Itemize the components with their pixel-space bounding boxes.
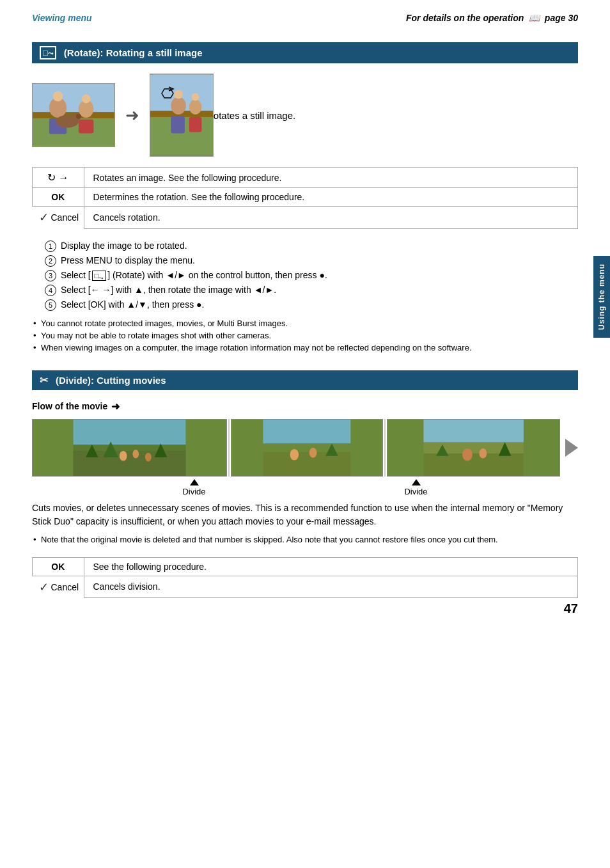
svg-point-19 — [192, 93, 199, 101]
svg-point-40 — [479, 448, 487, 459]
rotate-row3-icon: ✓ Cancel — [33, 207, 84, 228]
list-item: 5 Select [OK] with ▲/▼, then press ●. — [32, 299, 578, 311]
header-right-prefix: For details on the operation — [406, 13, 524, 23]
divide-row2-icon: ✓ Cancel — [33, 576, 84, 598]
svg-rect-17 — [171, 116, 185, 133]
rotate-title: (Rotate): Rotating a still image — [64, 47, 203, 58]
rotate-table: ↻ → Rotates an image. See the following … — [32, 167, 578, 229]
divide-table: OK See the following procedure. ✓ Cancel… — [32, 557, 578, 599]
svg-rect-20 — [189, 117, 202, 132]
rotate-row2-desc: Determines the rotation. See the followi… — [84, 188, 578, 207]
divide-row1-desc: See the following procedure. — [84, 557, 578, 576]
step-num-2: 2 — [45, 255, 56, 267]
divide-markers: Divide Divide — [32, 479, 578, 496]
step-num-1: 1 — [45, 241, 56, 252]
page-header: Viewing menu For details on the operatio… — [32, 13, 578, 23]
divide-row2-desc: Cancels division. — [84, 576, 578, 598]
divide-icon: ✂ — [40, 374, 48, 386]
svg-point-27 — [120, 451, 127, 461]
divide-arrow-up-1 — [190, 479, 199, 485]
table-row: ✓ Cancel Cancels division. — [33, 576, 578, 598]
svg-point-4 — [53, 91, 63, 102]
rotate-section: □⤳ (Rotate): Rotating a still image — [32, 42, 578, 352]
table-row: OK See the following procedure. — [33, 557, 578, 576]
rotate-steps: 1 Display the image to be rotated. 2 Pre… — [32, 241, 578, 311]
svg-rect-8 — [79, 120, 94, 134]
svg-point-18 — [189, 100, 202, 115]
divider-line-2 — [384, 419, 386, 477]
rotate-arrow: ➜ — [125, 106, 139, 125]
movie-frame-3 — [387, 419, 560, 477]
list-item: 3 Select [□⤳] (Rotate) with ◄/► on the c… — [32, 270, 578, 281]
rotate-row2-icon: OK — [33, 188, 84, 207]
checkmark-icon: ✓ — [39, 210, 49, 225]
cancel-label-2: Cancel — [51, 582, 79, 592]
svg-point-39 — [462, 448, 473, 461]
divide-section-header: ✂ (Divide): Cutting movies — [32, 370, 578, 390]
rotate-before-image — [32, 83, 115, 147]
cancel-label: Cancel — [51, 212, 79, 223]
step-num-3: 3 — [45, 270, 56, 281]
rotate-notes: You cannot rotate protected images, movi… — [32, 319, 578, 352]
svg-rect-31 — [263, 420, 350, 443]
rotate-row1-desc: Rotates an image. See the following proc… — [84, 168, 578, 188]
table-row: ✓ Cancel Cancels rotation. — [33, 207, 578, 229]
rotate-row3-desc: Cancels rotation. — [84, 207, 578, 229]
divide-label-1: Divide — [182, 487, 205, 496]
svg-point-11 — [76, 114, 81, 119]
rotate-description: Rotates a still image. — [207, 110, 295, 121]
flow-label: Flow of the movie ➜ — [32, 400, 578, 413]
header-right-page: page 30 — [545, 13, 578, 23]
header-left: Viewing menu — [32, 13, 92, 23]
movie-frame-1 — [32, 419, 227, 477]
list-item: Note that the original movie is deleted … — [32, 535, 578, 544]
svg-rect-38 — [423, 453, 523, 475]
list-item: 2 Press MENU to display the menu. — [32, 255, 578, 267]
svg-point-7 — [82, 95, 91, 104]
divide-label-2: Divide — [404, 487, 427, 496]
flow-arrow: ➜ — [111, 400, 120, 413]
divide-section: ✂ (Divide): Cutting movies Flow of the m… — [32, 370, 578, 599]
divide-notes: Note that the original movie is deleted … — [32, 535, 578, 544]
rotate-symbol — [159, 86, 178, 107]
movie-frame-2 — [231, 419, 383, 477]
rotate-section-header: □⤳ (Rotate): Rotating a still image — [32, 42, 578, 63]
divide-row1-label: OK — [33, 557, 84, 576]
list-item: 1 Display the image to be rotated. — [32, 241, 578, 252]
rotate-row1-icon: ↻ → — [33, 168, 84, 188]
svg-point-29 — [145, 453, 152, 462]
divide-marker-2: Divide — [404, 479, 427, 496]
svg-rect-22 — [74, 420, 186, 445]
divide-description: Cuts movies, or deletes unnecessary scen… — [32, 501, 578, 528]
divide-arrow-up-2 — [412, 479, 421, 485]
divide-title: (Divide): Cutting movies — [56, 375, 166, 386]
svg-rect-37 — [423, 420, 523, 442]
movie-strip-container: Divide Divide — [32, 419, 578, 496]
divider-line-1 — [228, 419, 230, 477]
play-button — [565, 439, 578, 457]
movie-strip — [32, 419, 578, 477]
table-row: ↻ → Rotates an image. See the following … — [33, 168, 578, 188]
page-number: 47 — [564, 601, 578, 616]
step-num-5: 5 — [45, 299, 56, 311]
svg-point-33 — [290, 449, 299, 461]
side-tab: Using the menu — [593, 256, 610, 338]
list-item: You cannot rotate protected images, movi… — [32, 319, 578, 328]
svg-point-34 — [309, 448, 317, 458]
rotate-demo: ➜ — [32, 74, 578, 157]
table-row: OK Determines the rotation. See the foll… — [33, 188, 578, 207]
svg-rect-1 — [33, 84, 114, 112]
svg-point-28 — [132, 450, 139, 459]
checkmark-icon-2: ✓ — [39, 580, 49, 594]
header-right: For details on the operation 📖 page 30 — [406, 13, 578, 23]
rotate-icon: □⤳ — [40, 46, 56, 59]
step-num-4: 4 — [45, 285, 56, 296]
divide-marker-1: Divide — [182, 479, 205, 496]
list-item: 4 Select [← →] with ▲, then rotate the i… — [32, 285, 578, 296]
list-item: You may not be able to rotate images sho… — [32, 331, 578, 340]
list-item: When viewing images on a computer, the i… — [32, 343, 578, 352]
